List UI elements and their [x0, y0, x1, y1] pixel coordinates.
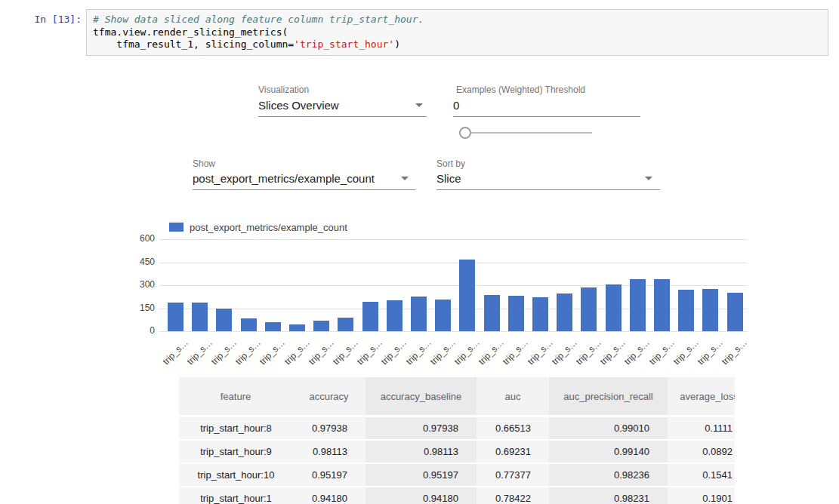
metric-cell: 0.94180: [292, 487, 366, 504]
y-tick-label: 300: [125, 279, 155, 290]
bar[interactable]: [313, 321, 329, 331]
page: In [13]: # Show data sliced along featur…: [0, 0, 839, 504]
table-row: trip_start_hour:80.979380.979380.665130.…: [179, 416, 735, 441]
metrics-table: featureaccuracyaccuracy_baselineaucauc_p…: [179, 377, 735, 504]
metric-cell: 0.98113: [366, 440, 477, 463]
y-tick-label: 600: [125, 233, 155, 244]
bar[interactable]: [192, 303, 208, 331]
code-token: 'trip_start_hour': [294, 38, 394, 50]
metric-cell: 0.94180: [366, 487, 477, 504]
bar[interactable]: [435, 300, 451, 331]
code-line: tfma_result_1, slicing_column='trip_star…: [93, 38, 822, 51]
bar[interactable]: [338, 318, 353, 331]
y-tick-label: 450: [125, 257, 155, 267]
show-select[interactable]: post_export_metrics/example_count: [193, 172, 375, 185]
feature-cell: trip_start_hour:8: [179, 416, 292, 441]
metric-cell: 0.97938: [292, 416, 366, 441]
legend-swatch: [169, 223, 184, 232]
metric-cell: 0.95197: [292, 463, 366, 487]
bar[interactable]: [265, 322, 281, 331]
code-token: # Show data sliced along feature column …: [93, 14, 424, 25]
bar[interactable]: [508, 296, 524, 331]
bar[interactable]: [654, 279, 670, 331]
metric-cell: 0.0892: [668, 440, 735, 463]
metric-cell: 0.98231: [549, 487, 668, 504]
threshold-input[interactable]: 0: [453, 99, 459, 112]
metric-cell: 0.99140: [549, 440, 668, 463]
feature-cell: trip_start_hour:1: [179, 487, 292, 504]
bar[interactable]: [606, 284, 622, 331]
code-token: ): [394, 38, 400, 50]
table-header-cell: auc_precision_recall: [549, 377, 668, 416]
bar[interactable]: [484, 295, 500, 331]
table-header-cell: accuracy: [292, 377, 366, 416]
gridline: [159, 263, 748, 263]
chevron-down-icon[interactable]: [401, 177, 409, 180]
table-row: trip_start_hour:90.981130.981130.692310.…: [179, 440, 735, 463]
y-tick-label: 0: [125, 325, 155, 336]
metric-cell: 0.69231: [477, 440, 549, 463]
table-header-cell: auc: [477, 377, 549, 416]
metric-cell: 0.1901: [668, 487, 735, 504]
code-line: tfma.view.render_slicing_metrics(: [93, 26, 822, 39]
chevron-down-icon[interactable]: [645, 177, 652, 180]
bar[interactable]: [557, 293, 572, 331]
metric-cell: 0.66513: [477, 416, 549, 441]
sortby-label: Sort by: [436, 158, 465, 169]
table-row: trip_start_hour:10.941800.941800.784220.…: [179, 487, 735, 504]
chevron-down-icon[interactable]: [415, 103, 423, 107]
show-label: Show: [193, 158, 215, 169]
notebook-cell: In [13]: # Show data sliced along featur…: [21, 9, 828, 56]
metric-cell: 0.98236: [549, 463, 668, 487]
bar[interactable]: [459, 260, 475, 331]
threshold-label: Examples (Weighted) Threshold: [456, 85, 585, 95]
metric-cell: 0.1111: [668, 416, 735, 441]
input-prompt: In [13]:: [21, 9, 86, 25]
visualization-select[interactable]: Slices Overview: [258, 99, 339, 112]
show-underline: [193, 189, 415, 190]
bar[interactable]: [630, 279, 646, 331]
metric-cell: 0.78422: [477, 487, 549, 504]
bar[interactable]: [411, 297, 427, 331]
metric-cell: 0.1541: [668, 463, 735, 487]
code-editor[interactable]: # Show data sliced along feature column …: [86, 9, 828, 56]
legend-label: post_export_metrics/example_count: [190, 222, 347, 233]
code-lines: # Show data sliced along feature column …: [93, 14, 822, 51]
metric-cell: 0.77377: [477, 463, 549, 487]
visualization-label: Visualization: [258, 85, 309, 95]
visualization-underline: [258, 116, 427, 117]
bar[interactable]: [241, 318, 257, 331]
bar[interactable]: [532, 297, 548, 331]
code-line: # Show data sliced along feature column …: [93, 14, 822, 26]
table-header-row: featureaccuracyaccuracy_baselineaucauc_p…: [179, 377, 735, 416]
bar[interactable]: [362, 302, 378, 331]
bar[interactable]: [289, 324, 305, 331]
metrics-table-grid: featureaccuracyaccuracy_baselineaucauc_p…: [179, 377, 735, 504]
metric-cell: 0.99010: [549, 416, 668, 441]
gridline: [159, 239, 748, 240]
table-header-cell: average_loss: [668, 377, 735, 416]
slider-knob-icon[interactable]: [459, 127, 471, 139]
bar[interactable]: [727, 293, 743, 331]
bar[interactable]: [216, 309, 232, 331]
bar[interactable]: [581, 287, 597, 331]
table-header-cell: accuracy_baseline: [366, 377, 477, 416]
sortby-underline: [436, 189, 660, 190]
gridline: [159, 331, 748, 332]
y-tick-label: 150: [125, 303, 155, 313]
table-header-cell: feature: [179, 377, 292, 416]
bar[interactable]: [387, 300, 403, 331]
metric-cell: 0.97938: [366, 416, 477, 441]
bar[interactable]: [168, 303, 184, 331]
code-token: tfma.view.render_slicing_metrics(: [93, 26, 288, 38]
sortby-select[interactable]: Slice: [436, 172, 461, 185]
feature-cell: trip_start_hour:9: [179, 440, 292, 463]
metric-cell: 0.95197: [366, 463, 477, 487]
metric-cell: 0.98113: [292, 440, 366, 463]
threshold-slider[interactable]: [465, 132, 592, 134]
bar[interactable]: [678, 290, 694, 331]
table-row: trip_start_hour:100.951970.951970.773770…: [179, 463, 735, 487]
bar[interactable]: [702, 289, 718, 331]
code-token: tfma_result_1, slicing_column=: [93, 38, 294, 50]
feature-cell: trip_start_hour:10: [179, 463, 292, 487]
